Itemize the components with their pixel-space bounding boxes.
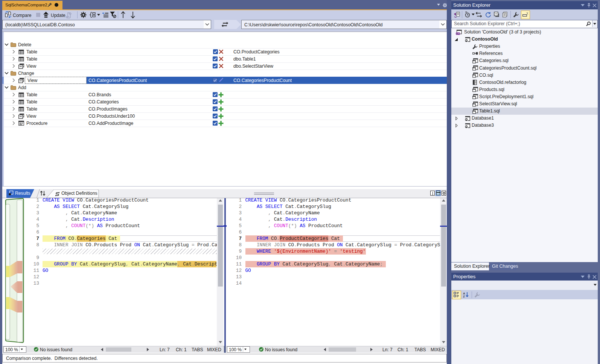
svg-text:Z: Z — [463, 295, 465, 297]
